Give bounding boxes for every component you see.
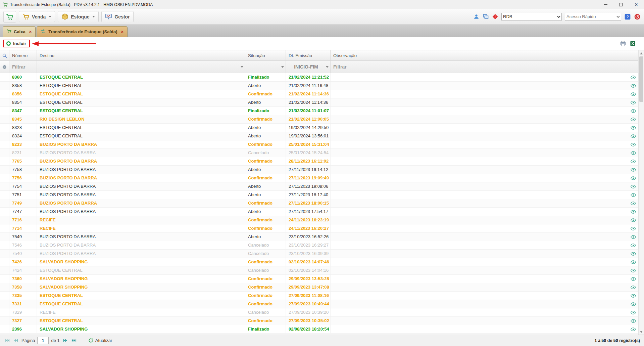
scrollbar-thumb[interactable] [639,56,643,102]
table-row[interactable]: 7749BUZIOS PORTO DA BARRAConfirmado27/11… [0,199,638,208]
view-row-button[interactable] [628,191,638,199]
minimize-button[interactable] [598,0,613,9]
table-row[interactable]: 8328ESTOQUE CENTRALAberto19/02/2024 14:2… [0,124,638,132]
next-page-button[interactable] [62,337,68,344]
pos-cart-button[interactable] [3,11,16,23]
table-row[interactable]: 7758BUZIOS PORTO DA BARRAAberto27/11/202… [0,166,638,174]
table-row[interactable]: 7747BUZIOS PORTO DA BARRAAberto27/11/202… [0,208,638,216]
table-row[interactable]: 7714RECIFEConfirmado24/11/2023 16:20:27 [0,224,638,233]
view-row-button[interactable] [628,283,638,291]
quick-access-select[interactable]: Acesso Rápido [565,13,621,21]
settings-gear-icon[interactable] [0,61,9,73]
alert-icon[interactable] [492,13,498,20]
table-row[interactable]: 8324ESTOQUE CENTRALAberto19/02/2024 13:5… [0,132,638,140]
view-row-button[interactable] [628,82,638,90]
gestor-menu-button[interactable]: Gestor [101,11,133,22]
page-input[interactable] [37,337,49,344]
table-row[interactable]: 2396SALVADOR SHOPPINGFinalizado02/08/202… [0,325,638,334]
view-row-button[interactable] [628,90,638,98]
prev-page-button[interactable] [13,337,19,344]
table-row[interactable]: 8358ESTOQUE CENTRALAberto21/02/2024 11:1… [0,82,638,90]
view-row-button[interactable] [628,157,638,165]
column-header-observacao[interactable]: Observação [331,50,628,60]
filter-destino-select[interactable] [37,61,245,73]
filter-observacao-input[interactable] [331,61,628,73]
tab-close-icon[interactable]: × [121,29,123,34]
view-row-button[interactable] [628,224,638,232]
view-row-button[interactable] [628,266,638,274]
table-row[interactable]: 8360ESTOQUE CENTRALFinalizado21/02/2024 … [0,73,638,82]
tab-caixa[interactable]: Caixa × [3,26,36,37]
column-header-destino[interactable]: Destino [37,50,245,60]
table-row[interactable]: 7329RECIFECancelado27/09/2023 10:39:20 [0,308,638,317]
view-row-button[interactable] [628,241,638,249]
close-button[interactable]: × [629,0,644,9]
table-row[interactable]: 7358SALVADOR SHOPPINGConfirmado29/09/202… [0,283,638,292]
table-row[interactable]: 7360SALVADOR SHOPPINGConfirmado29/09/202… [0,275,638,283]
table-row[interactable]: 7716RECIFEConfirmado24/11/2023 16:23:19 [0,216,638,224]
view-row-button[interactable] [628,216,638,224]
table-row[interactable]: 8345RIO DESIGN LEBLONConfirmado21/02/202… [0,115,638,124]
view-row-button[interactable] [628,308,638,316]
table-row[interactable]: 7327ESTOQUE CENTRALConfirmado27/09/2023 … [0,317,638,325]
view-row-button[interactable] [628,149,638,157]
view-row-button[interactable] [628,174,638,182]
filter-situacao-select[interactable] [245,61,286,73]
filter-numero-input[interactable] [9,61,37,73]
print-button[interactable] [620,40,626,47]
table-row[interactable]: 7754BUZIOS PORTO DA BARRAAberto27/11/202… [0,182,638,191]
view-row-button[interactable] [628,115,638,123]
table-row[interactable]: 7331ESTOQUE CENTRALConfirmado27/09/2023 … [0,300,638,308]
table-row[interactable]: 7549BUZIOS PORTO DA BARRAAberto23/10/202… [0,233,638,241]
table-row[interactable]: 8354ESTOQUE CENTRALAberto21/02/2024 11:1… [0,98,638,107]
column-header-situacao[interactable]: Situação [245,50,286,60]
scroll-up-icon[interactable] [639,50,644,56]
table-row[interactable]: 7335ESTOQUE CENTRALConfirmado27/09/2023 … [0,292,638,300]
incluir-button[interactable]: Incluir [6,41,26,46]
maximize-button[interactable] [613,0,629,9]
help-icon[interactable]: ? [624,13,631,20]
terminals-icon[interactable] [483,13,489,20]
view-row-button[interactable] [628,182,638,190]
last-page-button[interactable] [71,337,77,344]
column-header-numero[interactable]: Número [9,50,37,60]
tab-transferencia-estoque-saida[interactable]: Transferência de Estoque (Saída) × [37,26,128,37]
view-row-button[interactable] [628,199,638,207]
table-row[interactable]: 8347ESTOQUE CENTRALFinalizado21/02/2024 … [0,107,638,115]
view-row-button[interactable] [628,107,638,115]
column-header-dt-emissao[interactable]: Dt. Emissão [286,50,331,60]
table-row[interactable]: 8356ESTOQUE CENTRALConfirmado21/02/2024 … [0,90,638,98]
refresh-button[interactable]: Atualizar [88,338,112,343]
view-row-button[interactable] [628,73,638,81]
view-row-button[interactable] [628,124,638,132]
rdb-select[interactable]: RDB [501,13,562,21]
tab-close-icon[interactable]: × [29,29,32,34]
view-row-button[interactable] [628,166,638,174]
scroll-down-icon[interactable] [639,329,644,335]
table-row[interactable]: 8231BUZIOS PORTO DA BARRACancelado25/01/… [0,149,638,157]
estoque-menu-button[interactable]: Estoque [58,11,99,22]
table-row[interactable]: 7546BUZIOS PORTO DA BARRACancelado23/10/… [0,241,638,250]
view-row-button[interactable] [628,208,638,216]
power-icon[interactable] [634,13,641,20]
table-row[interactable]: 7426SALVADOR SHOPPINGConfirmado02/10/202… [0,258,638,266]
view-row-button[interactable] [628,258,638,266]
table-row[interactable]: 7765BUZIOS PORTO DA BARRAConfirmado28/11… [0,157,638,166]
table-row[interactable]: 7540BUZIOS PORTO DA BARRACancelado23/10/… [0,250,638,258]
view-row-button[interactable] [628,140,638,148]
user-icon[interactable] [473,13,480,20]
view-row-button[interactable] [628,325,638,333]
table-row[interactable]: 7751BUZIOS PORTO DA BARRAAberto27/11/202… [0,191,638,199]
table-row[interactable]: 7424ESTOQUE CENTRALCancelado02/10/2023 1… [0,266,638,275]
view-row-button[interactable] [628,250,638,258]
filter-date-range-select[interactable]: INICIO-FIM [286,61,331,73]
table-row[interactable]: 8233BUZIOS PORTO DA BARRAConfirmado25/01… [0,140,638,149]
table-row[interactable]: 7756BUZIOS PORTO DA BARRAConfirmado27/11… [0,174,638,182]
view-row-button[interactable] [628,317,638,325]
view-row-button[interactable] [628,300,638,308]
view-row-button[interactable] [628,233,638,241]
venda-menu-button[interactable]: Venda [19,11,55,22]
vertical-scrollbar[interactable] [638,50,644,335]
view-row-button[interactable] [628,292,638,300]
view-row-button[interactable] [628,132,638,140]
